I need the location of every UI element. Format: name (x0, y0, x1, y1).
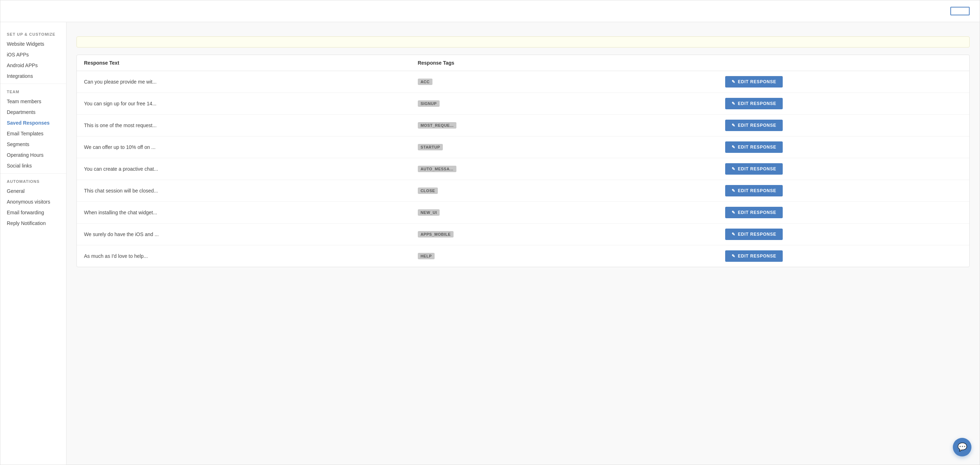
edit-response-label-1: EDIT RESPONSE (738, 101, 776, 106)
sidebar-item-email-forwarding[interactable]: Email forwarding (0, 207, 66, 218)
table-row: We surely do have the iOS and ... APPS_M… (77, 224, 969, 245)
edit-response-label-5: EDIT RESPONSE (738, 188, 776, 193)
table-row: This chat session will be closed... CLOS… (77, 180, 969, 202)
edit-response-label-3: EDIT RESPONSE (738, 144, 776, 150)
sidebar-divider-0 (0, 84, 66, 84)
edit-response-label-6: EDIT RESPONSE (738, 210, 776, 215)
edit-response-label-2: EDIT RESPONSE (738, 123, 776, 128)
cell-response-text-2: This is one of the most request... (84, 122, 418, 128)
cell-response-text-7: We surely do have the iOS and ... (84, 232, 418, 237)
cell-response-text-4: You can create a proactive chat... (84, 166, 418, 172)
sidebar-section-label-2: AUTOMATIONS (0, 176, 66, 186)
sidebar-item-email-templates[interactable]: Email Templates (0, 128, 66, 139)
sidebar-item-anonymous-visitors[interactable]: Anonymous visitors (0, 197, 66, 207)
edit-response-label-0: EDIT RESPONSE (738, 79, 776, 84)
sidebar-item-social-links[interactable]: Social links (0, 160, 66, 171)
cell-actions-2: ✎ EDIT RESPONSE (725, 120, 962, 131)
sidebar-section-label-0: SET UP & CUSTOMIZE (0, 29, 66, 38)
tag-badge-4: AUTO_MESSA... (418, 166, 457, 172)
cell-actions-8: ✎ EDIT RESPONSE (725, 250, 962, 262)
sidebar-divider-1 (0, 173, 66, 174)
sidebar-item-saved-responses[interactable]: Saved Responses (0, 117, 66, 128)
tag-badge-6: NEW_UI (418, 209, 440, 216)
tag-badge-3: STARTUP (418, 144, 443, 150)
cell-response-text-5: This chat session will be closed... (84, 188, 418, 194)
cell-response-text-6: When installing the chat widget... (84, 209, 418, 215)
cell-actions-3: ✎ EDIT RESPONSE (725, 141, 962, 153)
col-header-response-tags: Response Tags (418, 60, 725, 66)
edit-pencil-icon-8: ✎ (732, 254, 735, 259)
table-row: We can offer up to 10% off on ... STARTU… (77, 136, 969, 158)
sidebar-item-android-apps[interactable]: Android APPs (0, 60, 66, 71)
edit-pencil-icon-2: ✎ (732, 123, 735, 128)
cell-actions-6: ✎ EDIT RESPONSE (725, 207, 962, 218)
sidebar-item-departments[interactable]: Departments (0, 107, 66, 117)
tag-badge-2: MOST_REQUE... (418, 122, 457, 129)
cell-response-tags-4: AUTO_MESSA... (418, 166, 725, 172)
sidebar-item-integrations[interactable]: Integrations (0, 71, 66, 81)
sidebar-section-label-1: TEAM (0, 86, 66, 96)
responses-table: Response Text Response Tags Can you plea… (76, 55, 970, 267)
tag-badge-7: APPS_MOBILE (418, 231, 453, 238)
edit-response-button-5[interactable]: ✎ EDIT RESPONSE (725, 185, 783, 197)
sidebar-item-ios-apps[interactable]: iOS APPs (0, 49, 66, 60)
table-row: You can create a proactive chat... AUTO_… (77, 158, 969, 180)
cell-response-tags-7: APPS_MOBILE (418, 231, 725, 238)
body-layout: SET UP & CUSTOMIZEWebsite WidgetsiOS APP… (0, 22, 980, 465)
sidebar-item-team-members[interactable]: Team members (0, 96, 66, 107)
info-banner (76, 37, 970, 48)
edit-pencil-icon-0: ✎ (732, 79, 735, 84)
table-row: As much as I'd love to help... HELP ✎ ED… (77, 245, 969, 267)
sidebar-item-segments[interactable]: Segments (0, 139, 66, 150)
cell-actions-4: ✎ EDIT RESPONSE (725, 163, 962, 175)
sidebar-item-website-widgets[interactable]: Website Widgets (0, 38, 66, 49)
edit-pencil-icon-7: ✎ (732, 232, 735, 237)
edit-response-button-0[interactable]: ✎ EDIT RESPONSE (725, 76, 783, 87)
sidebar-item-reply-notification[interactable]: Reply Notification (0, 218, 66, 229)
edit-response-button-3[interactable]: ✎ EDIT RESPONSE (725, 141, 783, 153)
header (0, 0, 980, 22)
tag-badge-0: ACC (418, 79, 433, 85)
cell-actions-7: ✎ EDIT RESPONSE (725, 229, 962, 240)
edit-response-button-2[interactable]: ✎ EDIT RESPONSE (725, 120, 783, 131)
sidebar-item-operating-hours[interactable]: Operating Hours (0, 150, 66, 160)
tag-badge-1: SIGNUP (418, 100, 440, 107)
cell-response-tags-0: ACC (418, 79, 725, 85)
sidebar: SET UP & CUSTOMIZEWebsite WidgetsiOS APP… (0, 22, 67, 465)
cell-response-text-1: You can sign up for our free 14... (84, 101, 418, 106)
chat-widget-icon: 💬 (958, 443, 967, 452)
main-content: Response Text Response Tags Can you plea… (67, 22, 980, 465)
edit-pencil-icon-4: ✎ (732, 167, 735, 171)
chat-widget-button[interactable]: 💬 (953, 438, 971, 456)
edit-response-button-8[interactable]: ✎ EDIT RESPONSE (725, 250, 783, 262)
col-header-response-text: Response Text (84, 60, 418, 66)
edit-response-button-6[interactable]: ✎ EDIT RESPONSE (725, 207, 783, 218)
cell-response-tags-8: HELP (418, 253, 725, 259)
app-container: SET UP & CUSTOMIZEWebsite WidgetsiOS APP… (0, 0, 980, 465)
cell-actions-1: ✎ EDIT RESPONSE (725, 98, 962, 109)
add-new-button[interactable] (950, 7, 970, 15)
table-row: When installing the chat widget... NEW_U… (77, 202, 969, 224)
cell-response-text-8: As much as I'd love to help... (84, 253, 418, 259)
cell-actions-0: ✎ EDIT RESPONSE (725, 76, 962, 87)
tag-badge-5: CLOSE (418, 187, 438, 194)
edit-response-button-1[interactable]: ✎ EDIT RESPONSE (725, 98, 783, 109)
edit-response-button-7[interactable]: ✎ EDIT RESPONSE (725, 229, 783, 240)
table-body: Can you please provide me wit... ACC ✎ E… (77, 71, 969, 267)
edit-pencil-icon-6: ✎ (732, 210, 735, 215)
cell-response-text-3: We can offer up to 10% off on ... (84, 144, 418, 150)
cell-actions-5: ✎ EDIT RESPONSE (725, 185, 962, 197)
tag-badge-8: HELP (418, 253, 434, 259)
edit-response-label-8: EDIT RESPONSE (738, 254, 776, 259)
cell-response-tags-3: STARTUP (418, 144, 725, 150)
edit-pencil-icon-3: ✎ (732, 144, 735, 150)
edit-response-button-4[interactable]: ✎ EDIT RESPONSE (725, 163, 783, 175)
table-row: Can you please provide me wit... ACC ✎ E… (77, 71, 969, 93)
table-row: This is one of the most request... MOST_… (77, 115, 969, 136)
sidebar-item-general[interactable]: General (0, 186, 66, 197)
edit-response-label-7: EDIT RESPONSE (738, 232, 776, 237)
cell-response-tags-1: SIGNUP (418, 100, 725, 107)
edit-pencil-icon-1: ✎ (732, 101, 735, 106)
edit-response-label-4: EDIT RESPONSE (738, 167, 776, 171)
cell-response-tags-2: MOST_REQUE... (418, 122, 725, 129)
